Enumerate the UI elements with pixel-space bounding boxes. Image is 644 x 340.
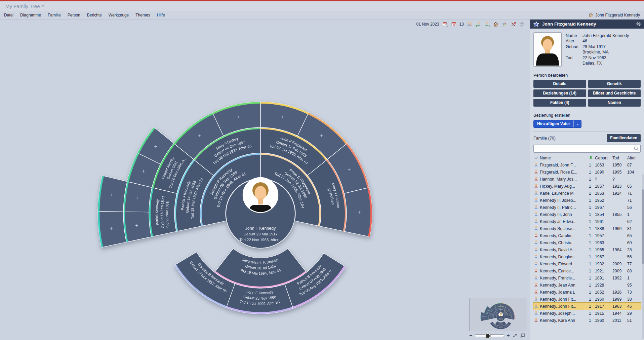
calendar-date-icon[interactable]: 31 (451, 21, 457, 27)
add-father-split-button[interactable]: Hinzufügen Vater ⌄ (533, 120, 581, 128)
menu-familie[interactable]: Familie (48, 13, 61, 17)
row-birth: 1853 (595, 191, 612, 196)
zoom-in-button[interactable]: + (507, 333, 510, 338)
zoom-out-button[interactable]: − (469, 333, 472, 338)
family-table-row[interactable]: Hickey, Mary Aug...11857192365 (533, 183, 641, 190)
family-table-row[interactable]: Kennedy, Douglas...1196756 (533, 253, 641, 260)
family-table-row[interactable]: Kennedy, Carolin...1195765 (533, 232, 641, 239)
family-table-row[interactable]: Hannon, Mary Jos...1?? (533, 176, 641, 183)
family-table-row[interactable]: Kennedy, Francis...1189118921 (533, 274, 641, 281)
row-age: 1 (627, 276, 640, 280)
family-table-row[interactable]: Kennedy, David A...11955198428 (533, 246, 641, 253)
home-icon (588, 12, 594, 18)
row-trees: 1 (589, 290, 595, 295)
menu-themes[interactable]: Themes (135, 13, 150, 17)
row-birth: 1863 (595, 163, 612, 167)
person-arrow-left-icon[interactable] (475, 21, 481, 27)
family-table-row[interactable]: Kennedy, Kara Ann11960201151 (533, 317, 641, 324)
male-person-icon (534, 247, 540, 252)
family-table-row[interactable]: Kennedy, Joanna L11852192673 (533, 289, 641, 296)
details-button[interactable]: Details (533, 80, 586, 88)
column-geburt[interactable]: Geburt (595, 156, 612, 160)
family-table-row[interactable]: Kennedy II, Josep...1195271 (533, 197, 641, 204)
row-name: Kennedy Jr, Edwa... (540, 219, 589, 224)
row-age: 56 (627, 205, 640, 210)
zoom-slider-thumb[interactable] (485, 333, 490, 339)
family-table-row[interactable]: Fitzgerald, John F...11863195087 (533, 161, 641, 168)
minimap[interactable]: Joseph P KennedyGeburt 06 Sep 1888Tod 18… (469, 298, 526, 331)
row-birth: 1955 (595, 248, 612, 252)
person-arrow-right-icon[interactable] (484, 21, 490, 27)
fan-center-text: John F Kennedy (245, 226, 276, 231)
table-scrollbar-thumb[interactable] (642, 189, 644, 264)
menu-berichte[interactable]: Berichte (87, 13, 102, 17)
column-alter[interactable]: Alter (627, 156, 640, 160)
chart-canvas[interactable]: 01 Nov 2023 3113 Joseph P KennedyGeburt … (0, 20, 530, 340)
male-person-icon (534, 304, 540, 309)
menu-hilfe[interactable]: Hilfe (157, 13, 165, 17)
tools-crossed-icon[interactable] (510, 21, 516, 27)
family-table-row[interactable]: Kennedy Sr, Jose...11888196981 (533, 225, 641, 232)
row-age: 65 (627, 233, 640, 238)
family-table-row[interactable]: Kennedy, Christo...1196360 (533, 239, 641, 246)
chart-date[interactable]: 01 Nov 2023 (416, 22, 439, 27)
row-trees: 1 (589, 248, 595, 252)
genetik-button[interactable]: Genetik (588, 80, 641, 88)
male-person-icon (534, 191, 540, 196)
row-name: Kennedy, David A... (540, 248, 589, 252)
person-photo[interactable] (533, 32, 562, 67)
column-name[interactable]: Name (540, 156, 589, 160)
fan-center-text: John F Kennedy (499, 318, 502, 319)
family-table-row[interactable]: Kennedy, Edward...11932200977 (533, 260, 641, 267)
row-death: 1924 (612, 191, 627, 196)
family-table-row[interactable]: Kennedy, Jean Ann1192895 (533, 281, 641, 289)
family-table-row[interactable]: Kennedy III, John1185418551 (533, 211, 641, 218)
familiendaten-button[interactable]: Familiendaten (607, 134, 641, 142)
family-table-row[interactable]: Kennedy, John Fit...11917196346 (533, 303, 641, 310)
family-table-row[interactable]: Kennedy II, Patric...1196756 (533, 204, 641, 211)
column-tod[interactable]: Tod (612, 156, 627, 160)
family-table-header[interactable]: Name Geburt Tod Alter (533, 155, 641, 161)
family-table-row[interactable]: Fitzgerald, Rose E...118901995104 (533, 168, 641, 176)
row-birth: ? (595, 177, 612, 182)
plus-icon: + (135, 195, 138, 201)
menu-person[interactable]: Person (68, 13, 80, 17)
family-table-row[interactable]: Kennedy, Joseph...11915194429 (533, 310, 641, 317)
bilder-geschichte-button[interactable]: Bilder und Geschichte (588, 89, 641, 97)
row-death: 1944 (612, 311, 627, 316)
namen-button[interactable]: Namen (588, 99, 641, 107)
add-father-button[interactable]: Hinzufügen Vater (534, 120, 573, 127)
home-icon[interactable] (493, 21, 499, 27)
detail-label: Alter (566, 38, 582, 44)
family-table-row[interactable]: Kane, Laurence M11853192471 (533, 190, 641, 197)
male-person-icon (534, 240, 540, 245)
row-trees: 1 (589, 205, 595, 210)
row-name: Fitzgerald, John F... (540, 163, 589, 167)
menu-diagramme[interactable]: Diagramme (20, 13, 41, 17)
generation-count[interactable]: 13 (459, 22, 464, 27)
fit-to-window-icon[interactable] (520, 333, 525, 338)
family-table-row[interactable]: Kennedy, Eunice...11921200988 (533, 267, 641, 274)
family-table-row[interactable]: Kennedy Jr, Edwa...1196162 (533, 218, 641, 225)
family-group-icon[interactable] (467, 21, 473, 27)
menu-werkzeuge[interactable]: Werkzeuge (109, 13, 129, 17)
family-table-row[interactable]: Kennedy, John Fit...11960199938 (533, 296, 641, 303)
beziehungen-button[interactable]: Beziehungen (14) (533, 89, 586, 97)
chevron-down-icon[interactable]: ⌄ (573, 120, 581, 127)
current-person-shortcut[interactable]: John Fitzgerald Kennedy (588, 12, 640, 18)
calendar-search-icon[interactable] (442, 21, 448, 27)
row-age: 65 (627, 184, 640, 189)
settings-gear-icon[interactable] (519, 21, 525, 27)
favorite-star-icon[interactable] (533, 21, 539, 27)
decorations-icon[interactable] (501, 21, 508, 27)
family-search-input[interactable] (533, 145, 641, 153)
zoom-slider[interactable] (475, 334, 504, 337)
panel-settings-gear-icon[interactable] (636, 22, 641, 27)
expand-icon[interactable] (512, 333, 518, 338)
plus-icon: + (110, 192, 113, 198)
fakten-button[interactable]: Fakten (4) (533, 99, 586, 107)
fan-chart[interactable]: Joseph P KennedyGeburt 06 Sep 1888Tod 18… (92, 69, 381, 321)
row-name: Kennedy, Carolin... (540, 233, 589, 238)
row-birth: 1928 (595, 283, 612, 288)
menu-datei[interactable]: Datei (4, 13, 13, 17)
